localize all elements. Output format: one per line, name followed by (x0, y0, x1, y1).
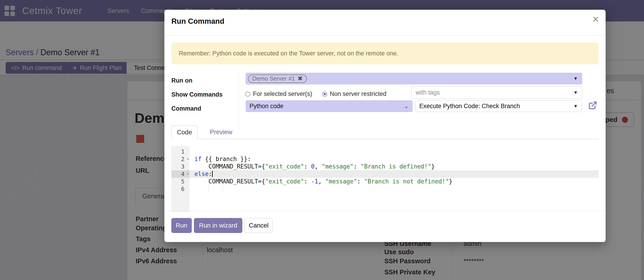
code-line-content[interactable]: COMMAND_RESULT={"exit_code": 0, "message… (190, 163, 598, 170)
code-token: "message" (325, 178, 357, 185)
tab-code[interactable]: Code (172, 125, 198, 139)
show-commands-radios: For selected server(s) Non server restri… (245, 90, 396, 97)
external-link-icon[interactable] (588, 101, 597, 110)
selected-server-tag: Demo Server #1 ✖ (248, 74, 307, 83)
line-number: 6 (172, 185, 190, 193)
line-number: 1 (172, 148, 190, 155)
code-line-content[interactable]: COMMAND_RESULT={"exit_code": -1, "messag… (190, 178, 598, 185)
code-line-content[interactable]: else: (190, 170, 598, 178)
run-in-wizard-button[interactable]: Run in wizard (194, 218, 242, 233)
code-token: {{ branch }}: (202, 156, 251, 162)
code-token: COMMAND_RESULT={ (194, 163, 265, 170)
modal-header-divider (164, 35, 606, 36)
code-token: -1 (311, 178, 318, 185)
editor-line-2: 2▾if {{ branch }}: (172, 155, 598, 163)
fold-icon[interactable]: ▾ (187, 170, 189, 178)
with-tags-select[interactable]: with tags ▼ (412, 86, 582, 99)
line-number: 2▾ (172, 155, 190, 163)
editor-line-6: 6 (172, 185, 598, 193)
tab-preview[interactable]: Preview (204, 125, 238, 139)
modal-title: Run Command (172, 17, 224, 26)
remove-tag-icon[interactable]: ✖ (298, 75, 302, 82)
code-line-content[interactable]: if {{ branch }}: (190, 155, 598, 163)
code-token: "Branch is not defined!" (364, 178, 449, 185)
fold-icon[interactable]: ▾ (187, 155, 189, 163)
code-line-content[interactable] (190, 185, 598, 193)
code-token: } (449, 178, 452, 185)
editor-line-5: 5 COMMAND_RESULT={"exit_code": -1, "mess… (172, 178, 598, 185)
code-token: : (209, 171, 212, 177)
editor-line-4: 4▾else: (172, 170, 598, 178)
code-preview-tabs: Code Preview (172, 125, 598, 139)
code-editor[interactable]: 12▾if {{ branch }}:3 COMMAND_RESULT={"ex… (172, 146, 598, 212)
radio-non-server-restricted-label[interactable]: Non server restricted (330, 90, 386, 97)
code-token: COMMAND_RESULT={ (194, 178, 265, 185)
form-column-divider (239, 72, 239, 129)
code-token: , (314, 163, 322, 170)
line-number: 4▾ (172, 170, 190, 178)
code-line-content[interactable] (190, 148, 598, 155)
command-label: Command (172, 105, 201, 112)
code-token: "exit_code" (265, 163, 304, 170)
code-token: 0 (311, 163, 315, 170)
radio-for-selected-servers-label[interactable]: For selected server(s) (253, 90, 312, 97)
code-token: : (354, 163, 360, 170)
run-on-select[interactable]: Demo Server #1 ✖ ▼ (246, 73, 582, 84)
code-token: : (304, 163, 311, 170)
code-token: "exit_code" (265, 178, 304, 185)
run-button[interactable]: Run (172, 218, 192, 233)
modal-footer-divider (164, 211, 606, 211)
command-type-select[interactable]: Python code ⌄ (246, 100, 412, 112)
code-token: "Branch is defined!" (360, 163, 431, 170)
chevron-down-icon: ▼ (573, 90, 578, 95)
chevron-down-icon: ▼ (573, 104, 578, 109)
radio-non-server-restricted[interactable] (322, 92, 327, 97)
code-token: , (318, 178, 325, 185)
editor-line-3: 3 COMMAND_RESULT={"exit_code": 0, "messa… (172, 163, 598, 170)
code-token: } (431, 163, 435, 170)
command-select[interactable]: Execute Python Code: Check Branch ▼ (415, 100, 582, 112)
close-icon[interactable]: × (592, 14, 599, 25)
show-commands-label: Show Commands (172, 91, 223, 98)
line-number: 5 (172, 178, 190, 185)
code-token: : (304, 178, 311, 185)
code-token: "message" (322, 163, 354, 170)
text-cursor (212, 171, 213, 177)
chevron-down-icon: ▼ (573, 76, 578, 81)
radio-for-selected-servers[interactable] (245, 92, 250, 97)
editor-line-1: 1 (172, 148, 598, 155)
chevron-down-icon: ⌄ (404, 103, 409, 110)
code-token: : (357, 178, 364, 185)
warning-banner: Remember: Python code is executed on the… (172, 43, 598, 64)
code-token: else (194, 171, 209, 177)
editor-lines: 12▾if {{ branch }}:3 COMMAND_RESULT={"ex… (172, 148, 598, 193)
code-token: if (194, 156, 202, 162)
cancel-button[interactable]: Cancel (245, 218, 272, 233)
run-on-label: Run on (172, 77, 192, 84)
run-command-modal: Run Command × Remember: Python code is e… (164, 10, 606, 242)
line-number: 3 (172, 163, 190, 170)
